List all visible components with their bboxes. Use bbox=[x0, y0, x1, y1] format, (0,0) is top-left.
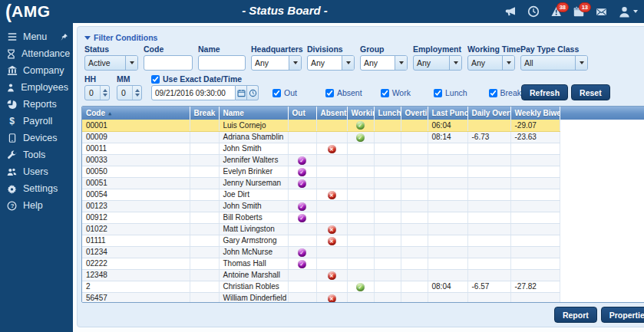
weekly-cell[interactable]: -23.63 bbox=[510, 131, 560, 143]
lunch-cell[interactable] bbox=[374, 143, 401, 154]
weekly-cell[interactable] bbox=[510, 154, 560, 166]
daily-overtime-cell[interactable] bbox=[467, 223, 510, 235]
sidebar-item-devices[interactable]: Devices bbox=[0, 130, 73, 146]
overtime-cell[interactable] bbox=[401, 200, 428, 212]
column-header-name[interactable]: Name bbox=[219, 107, 288, 120]
out-filter-option[interactable]: Out bbox=[272, 88, 297, 97]
last-punch-cell[interactable] bbox=[428, 143, 467, 154]
out-status-cell[interactable] bbox=[288, 120, 316, 131]
filter-conditions-toggle[interactable]: Filter Conditions bbox=[84, 31, 644, 44]
absent-status-cell[interactable] bbox=[316, 166, 347, 177]
code-cell[interactable]: 00033 bbox=[82, 154, 190, 166]
last-punch-cell[interactable] bbox=[428, 269, 467, 281]
lunch-filter-option[interactable]: Lunch bbox=[434, 88, 467, 97]
working-status-cell[interactable] bbox=[347, 189, 374, 200]
employment-filter-select[interactable]: Any bbox=[413, 55, 462, 71]
name-cell[interactable]: William Dinderfield bbox=[219, 292, 288, 303]
report-button[interactable]: Report bbox=[554, 307, 597, 323]
lunch-checkbox[interactable] bbox=[434, 89, 442, 97]
working-status-cell[interactable]: ✓ bbox=[347, 131, 374, 143]
working-status-cell[interactable] bbox=[347, 212, 374, 223]
table-row[interactable]: 00033Jennifer Walters✓ bbox=[82, 154, 644, 166]
out-status-cell[interactable]: ✓ bbox=[288, 154, 316, 166]
lunch-cell[interactable] bbox=[374, 292, 401, 303]
last-punch-cell[interactable] bbox=[428, 235, 467, 246]
last-punch-cell[interactable]: 06:04 bbox=[428, 120, 467, 131]
work-filter-option[interactable]: Work bbox=[381, 88, 411, 97]
code-cell[interactable]: 01234 bbox=[82, 246, 190, 258]
name-cell[interactable]: Jenny Nurseman bbox=[219, 177, 288, 189]
column-header-last-punch[interactable]: Last Punch bbox=[428, 107, 467, 120]
pay-type-class-filter-select[interactable]: All bbox=[520, 55, 588, 71]
daily-overtime-cell[interactable] bbox=[467, 166, 510, 177]
out-status-cell[interactable] bbox=[288, 143, 316, 154]
break-cell[interactable] bbox=[190, 177, 219, 189]
break-checkbox[interactable] bbox=[489, 89, 497, 97]
overtime-cell[interactable] bbox=[401, 258, 428, 269]
break-cell[interactable] bbox=[190, 235, 219, 246]
daily-overtime-cell[interactable] bbox=[467, 189, 510, 200]
out-status-cell[interactable]: ✓ bbox=[288, 258, 316, 269]
column-header-overtime[interactable]: Overtime bbox=[401, 107, 428, 120]
daily-overtime-cell[interactable] bbox=[467, 246, 510, 258]
sidebar-item-payroll[interactable]: $Payroll bbox=[0, 113, 73, 130]
app-logo[interactable]: (AMG bbox=[0, 3, 73, 20]
work-checkbox[interactable] bbox=[381, 89, 389, 97]
overtime-cell[interactable] bbox=[401, 223, 428, 235]
absent-status-cell[interactable] bbox=[316, 177, 347, 189]
name-cell[interactable]: Antoine Marshall bbox=[219, 269, 288, 281]
absent-status-cell[interactable] bbox=[316, 246, 347, 258]
break-cell[interactable] bbox=[190, 212, 219, 223]
properties-button[interactable]: Properties bbox=[601, 307, 644, 323]
sidebar-item-reports[interactable]: Reports bbox=[0, 96, 73, 113]
lunch-cell[interactable] bbox=[374, 189, 401, 200]
name-cell[interactable]: Christian Robles bbox=[219, 281, 288, 292]
name-cell[interactable]: Matt Livingston bbox=[219, 223, 288, 235]
lunch-cell[interactable] bbox=[374, 166, 401, 177]
break-cell[interactable] bbox=[190, 189, 219, 200]
sidebar-item-menu[interactable]: Menu bbox=[0, 28, 73, 45]
last-punch-cell[interactable] bbox=[428, 154, 467, 166]
weekly-cell[interactable] bbox=[510, 292, 560, 303]
weekly-cell[interactable] bbox=[510, 200, 560, 212]
code-cell[interactable]: 00011 bbox=[82, 143, 190, 154]
daily-overtime-cell[interactable] bbox=[467, 120, 510, 131]
table-row[interactable]: 00123John Smith✓ bbox=[82, 200, 644, 212]
name-cell[interactable]: John McNurse bbox=[219, 246, 288, 258]
last-punch-cell[interactable] bbox=[428, 189, 467, 200]
table-row[interactable]: 00050Evelyn Brinker✓ bbox=[82, 166, 644, 177]
column-header-working[interactable]: Working bbox=[347, 107, 374, 120]
absent-status-cell[interactable] bbox=[316, 258, 347, 269]
out-status-cell[interactable] bbox=[288, 189, 316, 200]
overtime-cell[interactable] bbox=[401, 143, 428, 154]
break-cell[interactable] bbox=[190, 281, 219, 292]
out-status-cell[interactable] bbox=[288, 131, 316, 143]
status-filter-select[interactable]: Active bbox=[84, 55, 138, 71]
sidebar-item-users[interactable]: Users bbox=[0, 163, 73, 180]
code-cell[interactable]: 00912 bbox=[82, 212, 190, 223]
weekly-cell[interactable] bbox=[510, 235, 560, 246]
working-status-cell[interactable] bbox=[347, 258, 374, 269]
name-cell[interactable]: Joe Dirt bbox=[219, 189, 288, 200]
code-filter-input[interactable] bbox=[144, 55, 193, 71]
break-cell[interactable] bbox=[190, 292, 219, 303]
absent-status-cell[interactable] bbox=[316, 212, 347, 223]
break-cell[interactable] bbox=[190, 166, 219, 177]
group-filter-select[interactable]: Any bbox=[360, 55, 408, 71]
overtime-cell[interactable] bbox=[401, 269, 428, 281]
table-row[interactable]: 00051Jenny Nurseman✓ bbox=[82, 177, 644, 189]
weekly-cell[interactable]: -29.07 bbox=[510, 120, 560, 131]
daily-overtime-cell[interactable] bbox=[467, 200, 510, 212]
table-row[interactable]: 00011John Smith× bbox=[82, 143, 644, 154]
absent-status-cell[interactable] bbox=[316, 281, 347, 292]
last-punch-cell[interactable] bbox=[428, 258, 467, 269]
daily-overtime-cell[interactable] bbox=[467, 258, 510, 269]
overtime-cell[interactable] bbox=[401, 212, 428, 223]
name-cell[interactable]: Thomas Hall bbox=[219, 258, 288, 269]
code-cell[interactable]: 2 bbox=[82, 281, 190, 292]
last-punch-cell[interactable]: 08:14 bbox=[428, 131, 467, 143]
break-cell[interactable] bbox=[190, 131, 219, 143]
name-cell[interactable]: Bill Roberts bbox=[219, 212, 288, 223]
last-punch-cell[interactable] bbox=[428, 177, 467, 189]
clock-icon[interactable] bbox=[527, 5, 540, 18]
